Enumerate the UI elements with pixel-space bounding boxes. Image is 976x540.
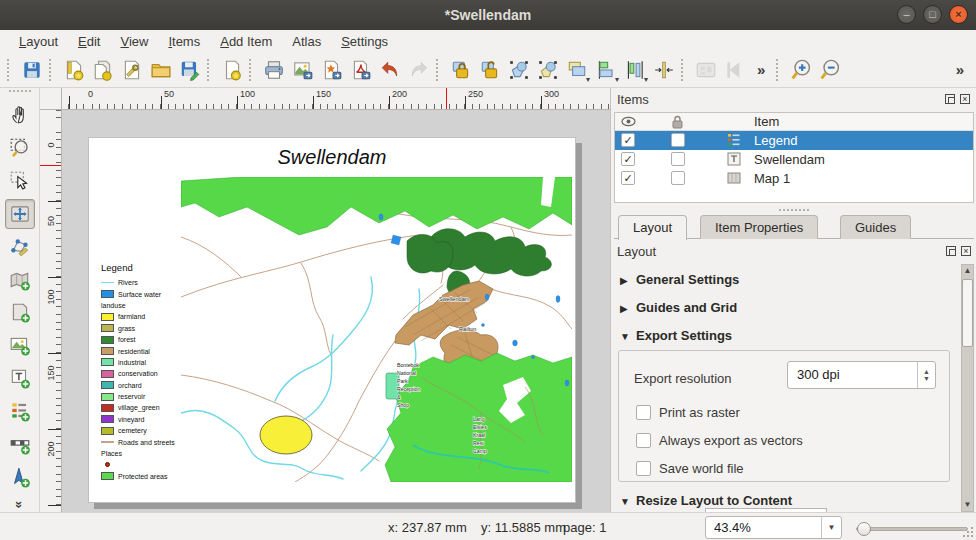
- add-scalebar-button[interactable]: [5, 429, 35, 459]
- select-move-item-button[interactable]: [5, 166, 35, 196]
- edit-nodes-button[interactable]: [5, 232, 35, 262]
- menu-settings[interactable]: Settings: [332, 32, 397, 51]
- save-as-button[interactable]: [175, 55, 204, 84]
- items-row-legend[interactable]: Legend: [615, 131, 973, 150]
- scroll-up-icon[interactable]: ▲: [962, 265, 973, 277]
- print-as-raster-checkbox[interactable]: Print as raster: [636, 405, 740, 420]
- undo-button[interactable]: [375, 55, 404, 84]
- section-export-settings[interactable]: ▼Export Settings: [620, 328, 732, 343]
- toolbar-overflow-button[interactable]: »: [749, 61, 773, 78]
- add-legend-button[interactable]: [5, 396, 35, 426]
- checkbox-box[interactable]: [636, 405, 651, 420]
- canvas-viewport[interactable]: Swellendam: [63, 111, 610, 512]
- maximize-button[interactable]: □: [923, 5, 942, 24]
- ungroup-items-button[interactable]: [533, 55, 562, 84]
- toolbar-overflow-button[interactable]: »: [948, 61, 972, 78]
- atlas-first-feature-button[interactable]: [720, 55, 749, 84]
- tab-layout[interactable]: Layout: [618, 215, 687, 240]
- atlas-preview-button[interactable]: [691, 55, 720, 84]
- menu-items[interactable]: Items: [159, 32, 209, 51]
- scrollbar-thumb[interactable]: [962, 279, 973, 347]
- lock-checkbox[interactable]: [671, 152, 685, 166]
- minimize-button[interactable]: –: [897, 5, 916, 24]
- export-resolution-spinbox[interactable]: 300 dpi ▲▼: [787, 361, 936, 389]
- toolbar-grip[interactable]: [207, 59, 214, 81]
- menu-edit[interactable]: Edit: [69, 32, 109, 51]
- checkbox-box[interactable]: [636, 433, 651, 448]
- toolbar-grip[interactable]: [681, 59, 688, 81]
- add-picture-button[interactable]: [5, 330, 35, 360]
- tab-item-properties[interactable]: Item Properties: [700, 215, 818, 239]
- export-svg-button[interactable]: [317, 55, 346, 84]
- redo-button[interactable]: [404, 55, 433, 84]
- legend-item[interactable]: Legend RiversSurface waterlandusefarmlan…: [101, 262, 231, 482]
- zoom-tool-button[interactable]: [5, 133, 35, 163]
- group-items-button[interactable]: [504, 55, 533, 84]
- export-pdf-button[interactable]: [346, 55, 375, 84]
- add-label-button[interactable]: [5, 363, 35, 393]
- close-button[interactable]: ×: [949, 5, 968, 24]
- duplicate-layout-button[interactable]: [88, 55, 117, 84]
- close-panel-icon[interactable]: ×: [960, 94, 970, 104]
- zoom-slider-handle[interactable]: [857, 522, 871, 536]
- toolbar-grip[interactable]: [9, 90, 31, 96]
- panel-splitter[interactable]: [611, 206, 976, 214]
- titlebar[interactable]: *Swellendam – □ ×: [0, 0, 976, 30]
- items-row-swellendam[interactable]: Swellendam: [615, 150, 973, 169]
- float-panel-icon[interactable]: [945, 94, 955, 104]
- add-north-arrow-button[interactable]: [5, 462, 35, 492]
- layout-manager-button[interactable]: [117, 55, 146, 84]
- toolbar-grip[interactable]: [7, 59, 14, 81]
- save-button[interactable]: [17, 55, 46, 84]
- visibility-checkbox[interactable]: [621, 152, 635, 166]
- pan-tool-button[interactable]: [5, 100, 35, 130]
- resize-items-button[interactable]: [649, 55, 678, 84]
- unlock-all-button[interactable]: [475, 55, 504, 84]
- lock-checkbox[interactable]: [671, 171, 685, 185]
- toolbox-more-button[interactable]: »: [12, 501, 27, 508]
- checkbox-box[interactable]: [636, 461, 651, 476]
- map-title-label[interactable]: Swellendam: [89, 146, 575, 169]
- ellipse-shape-item[interactable]: [260, 416, 312, 454]
- distribute-items-button[interactable]: ▾: [620, 55, 649, 84]
- align-items-button[interactable]: ▾: [591, 55, 620, 84]
- menu-view[interactable]: View: [111, 32, 157, 51]
- layout-page[interactable]: Swellendam: [88, 137, 576, 503]
- lock-checkbox[interactable]: [671, 133, 685, 147]
- toolbar-grip[interactable]: [249, 59, 256, 81]
- section-guides-and-grid[interactable]: ▶Guides and Grid: [620, 300, 737, 315]
- panel-scrollbar[interactable]: ▲ ▼: [961, 264, 974, 512]
- zoom-level-combobox[interactable]: 43.4% ▼: [705, 516, 842, 539]
- add-3d-map-button[interactable]: [5, 298, 35, 328]
- zoom-slider[interactable]: [856, 527, 968, 531]
- save-world-file-checkbox[interactable]: Save world file: [636, 461, 744, 476]
- always-export-vectors-checkbox[interactable]: Always export as vectors: [636, 433, 803, 448]
- toolbar-grip[interactable]: [49, 59, 56, 81]
- scroll-down-icon[interactable]: ▼: [962, 499, 973, 511]
- menu-add-item[interactable]: Add Item: [211, 32, 281, 51]
- menu-layout[interactable]: Layout: [10, 32, 67, 51]
- toolbar-grip[interactable]: [776, 59, 783, 81]
- toolbar-grip[interactable]: [436, 59, 443, 81]
- spinner-buttons[interactable]: ▲▼: [917, 362, 935, 388]
- zoom-in-button[interactable]: [786, 55, 815, 84]
- export-image-button[interactable]: [288, 55, 317, 84]
- window-resize-grip[interactable]: [962, 526, 974, 538]
- visibility-checkbox[interactable]: [621, 133, 635, 147]
- menu-atlas[interactable]: Atlas: [283, 32, 330, 51]
- layout-canvas[interactable]: 050100150200250300 050100150200 Swellend…: [40, 88, 610, 512]
- print-button[interactable]: [259, 55, 288, 84]
- section-resize-layout[interactable]: ▼Resize Layout to Content: [620, 493, 792, 508]
- map-item[interactable]: Swellendam Railton Bontebok National Par…: [181, 177, 572, 482]
- add-pages-button[interactable]: [217, 55, 246, 84]
- combo-dropdown-icon[interactable]: ▼: [821, 517, 841, 538]
- new-layout-button[interactable]: [59, 55, 88, 84]
- add-map-button[interactable]: [5, 265, 35, 295]
- move-item-content-button[interactable]: [5, 199, 35, 229]
- raise-items-button[interactable]: ▾: [562, 55, 591, 84]
- visibility-checkbox[interactable]: [621, 171, 635, 185]
- open-layout-button[interactable]: [146, 55, 175, 84]
- lock-items-button[interactable]: [446, 55, 475, 84]
- section-general-settings[interactable]: ▶General Settings: [620, 272, 739, 287]
- zoom-out-button[interactable]: [815, 55, 844, 84]
